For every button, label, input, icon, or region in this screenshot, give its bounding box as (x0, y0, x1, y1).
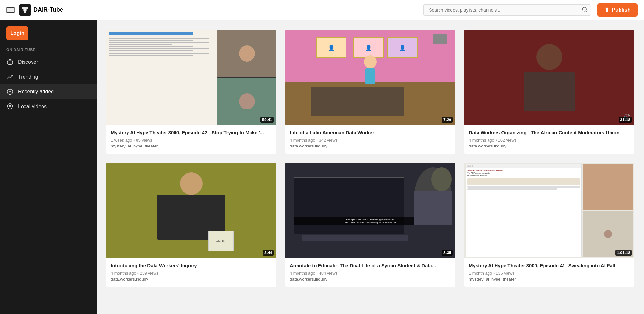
sidebar-label-discover: Discover (18, 59, 38, 65)
video-channel-2: data.workers.inquiry (290, 144, 451, 148)
login-button[interactable]: Login (6, 26, 28, 40)
video-card-4[interactable]: a booklet 2:44 Introducing the Data Work… (106, 163, 276, 287)
video-card-5[interactable]: I've spent 10 hours on making these task… (285, 163, 455, 287)
video-thumbnail-6: Stanford SOCIAL INNOVATION Review The AI… (464, 163, 634, 258)
video-duration-1: 59:41 (260, 117, 274, 123)
video-duration-5: 8:35 (442, 250, 453, 256)
video-card-1[interactable]: 59:41 Mystery AI Hype Theater 3000, Epis… (106, 30, 276, 154)
video-duration-4: 2:44 (263, 250, 274, 256)
video-channel-6: mystery_ai_hype_theater (469, 277, 630, 281)
video-duration-6: 1:01:18 (615, 250, 632, 256)
svg-point-11 (9, 105, 11, 107)
svg-marker-2 (23, 9, 27, 11)
video-duration-2: 7:20 (442, 117, 453, 123)
logo-text: DAIR-Tube (33, 6, 63, 13)
video-thumbnail-2: 👤 👤 👤 (285, 30, 455, 125)
video-thumbnail-3: 🔊 31:18 (464, 30, 634, 125)
sidebar-item-discover[interactable]: Discover (0, 55, 97, 70)
upload-icon: ⬆ (604, 6, 609, 14)
search-area (423, 4, 591, 16)
sidebar-label-trending: Trending (18, 74, 38, 80)
sidebar-item-local-videos[interactable]: Local videos (0, 99, 97, 114)
trending-icon (6, 73, 14, 81)
video-info-5: Annotate to Educate: The Dual Life of a … (285, 258, 455, 287)
search-button[interactable] (582, 6, 588, 13)
video-meta-5: 4 months ago • 484 views (290, 271, 451, 276)
video-thumbnail-1: 59:41 (106, 30, 276, 125)
search-icon (582, 6, 588, 12)
menu-button[interactable] (6, 7, 15, 13)
video-thumbnail-5: I've spent 10 hours on making these task… (285, 163, 455, 258)
publish-button[interactable]: ⬆ Publish (597, 3, 638, 17)
video-title-1: Mystery AI Hype Theater 3000, Episode 42… (111, 129, 272, 136)
header: DAIR-Tube ⬆ Publish (0, 0, 644, 20)
video-channel-1: mystery_ai_hype_theater (111, 144, 272, 148)
booklet-label: a booklet (208, 231, 234, 251)
video-info-1: Mystery AI Hype Theater 3000, Episode 42… (106, 125, 276, 154)
video-meta-2: 4 months ago • 342 views (290, 138, 451, 143)
video-card-6[interactable]: Stanford SOCIAL INNOVATION Review The AI… (464, 163, 634, 287)
video-card-2[interactable]: 👤 👤 👤 (285, 30, 455, 154)
video-grid: 59:41 Mystery AI Hype Theater 3000, Epis… (106, 30, 634, 287)
video-title-5: Annotate to Educate: The Dual Life of a … (290, 262, 451, 269)
main-content: 59:41 Mystery AI Hype Theater 3000, Epis… (97, 20, 644, 296)
sidebar-label-recently-added: Recently added (18, 89, 54, 95)
video-title-6: Mystery AI Hype Theater 3000, Episode 41… (469, 262, 630, 269)
video-meta-6: 1 month ago • 135 views (469, 271, 630, 276)
plus-circle-icon (6, 88, 14, 95)
globe-icon (6, 59, 14, 66)
video-channel-3: data.workers.inquiry (469, 144, 630, 148)
video-meta-4: 4 months ago • 239 views (111, 271, 272, 276)
video-title-2: Life of a Latin American Data Worker (290, 129, 451, 136)
video-card-3[interactable]: 🔊 31:18 Data Workers Organizing - The Af… (464, 30, 634, 154)
logo[interactable]: DAIR-Tube (19, 4, 63, 16)
sidebar-item-recently-added[interactable]: Recently added (0, 84, 97, 99)
map-pin-icon (6, 103, 14, 110)
sidebar-label-local-videos: Local videos (18, 104, 47, 109)
video-duration-3: 31:18 (619, 117, 632, 123)
logo-icon (19, 4, 31, 16)
svg-line-4 (586, 10, 587, 11)
video-title-4: Introducing the Data Workers' Inquiry (111, 262, 272, 269)
sidebar: Login ON DAIR-TUBE Discover Trending (0, 20, 97, 296)
search-input[interactable] (423, 4, 591, 16)
video-meta-3: 4 months ago • 162 views (469, 138, 630, 143)
video-info-4: Introducing the Data Workers' Inquiry 4 … (106, 258, 276, 287)
video-channel-4: data.workers.inquiry (111, 277, 272, 281)
video-channel-5: data.workers.inquiry (290, 277, 451, 281)
page-layout: Login ON DAIR-TUBE Discover Trending (0, 20, 644, 296)
video-info-6: Mystery AI Hype Theater 3000, Episode 41… (464, 258, 634, 287)
video-thumbnail-4: a booklet 2:44 (106, 163, 276, 258)
video-info-2: Life of a Latin American Data Worker 4 m… (285, 125, 455, 154)
video-title-3: Data Workers Organizing - The African Co… (469, 129, 630, 136)
video-info-3: Data Workers Organizing - The African Co… (464, 125, 634, 154)
sidebar-section-label: ON DAIR-TUBE (0, 48, 97, 55)
video-meta-1: 1 week ago • 85 views (111, 138, 272, 143)
sidebar-item-trending[interactable]: Trending (0, 70, 97, 84)
